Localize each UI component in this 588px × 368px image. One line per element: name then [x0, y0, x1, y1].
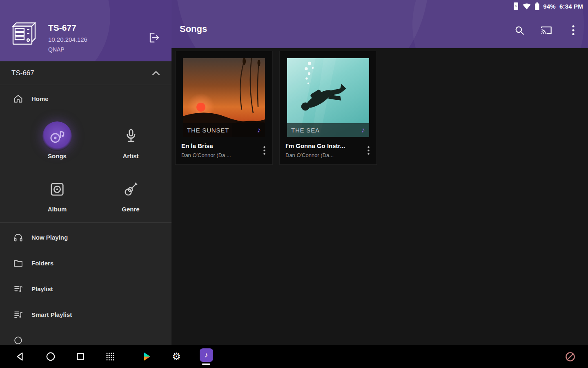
song-overflow-icon[interactable]	[258, 142, 270, 159]
song-card[interactable]: THE SUNSET ♪ En la Brisa Dan O'Connor (D…	[176, 51, 272, 164]
category-label: Genre	[122, 206, 139, 213]
sidebar-item-label: Home	[31, 95, 49, 102]
sidebar-category-songs[interactable]: Songs	[20, 114, 94, 167]
nav-app-drawer-icon[interactable]	[100, 345, 120, 368]
card-info: I'm Gonna Go Instr... Dan O'Connor (Da..…	[280, 137, 376, 164]
song-card[interactable]: THE SEA ♪ I'm Gonna Go Instr... Dan O'Co…	[280, 51, 376, 164]
sidebar-divider	[0, 222, 172, 223]
server-selector[interactable]: TS-667	[0, 61, 172, 85]
sidebar-item-smart-playlist[interactable]: Smart Playlist	[0, 302, 172, 328]
genre-guitar-icon	[116, 175, 145, 204]
artist-icon	[116, 121, 145, 151]
music-note-icon: ♪	[200, 348, 213, 362]
headphones-icon	[13, 232, 23, 242]
device-ip: 10.20.204.126	[48, 36, 87, 43]
settings-gear-icon[interactable]: ⚙	[167, 345, 186, 368]
sidebar-item-partial[interactable]	[0, 328, 172, 345]
sidebar-category-genre[interactable]: Genre	[94, 167, 167, 220]
music-app-icon[interactable]: ♪	[196, 345, 216, 368]
gear-glyph: ⚙	[172, 351, 181, 362]
art-banner: THE SUNSET ♪	[183, 123, 265, 137]
nav-home-icon[interactable]	[41, 345, 60, 368]
art-banner: THE SEA ♪	[287, 123, 369, 137]
header-decor-circle	[176, 0, 429, 48]
sidebar-category-album[interactable]: Album	[20, 167, 94, 220]
active-app-indicator	[202, 364, 210, 365]
page-title: Songs	[180, 24, 207, 34]
music-note-icon: ♪	[257, 126, 261, 135]
device-header: TS-677 10.20.204.126 QNAP	[0, 0, 172, 61]
sidebar-item-playlist[interactable]: Playlist	[0, 276, 172, 302]
sidebar-category-artist[interactable]: Artist	[94, 114, 167, 167]
song-overflow-icon[interactable]	[363, 142, 374, 159]
server-name: TS-667	[11, 69, 34, 77]
song-artist: Dan O'Connor (Da ...	[181, 152, 258, 158]
search-icon[interactable]	[512, 23, 527, 38]
song-title: I'm Gonna Go Instr...	[285, 142, 363, 149]
status-bar: 94% 6:34 PM	[513, 2, 583, 10]
banner-label: THE SUNSET	[187, 127, 229, 134]
album-art-sunset: THE SUNSET ♪	[183, 58, 265, 137]
device-vendor: QNAP	[48, 46, 65, 53]
nas-device-icon	[10, 20, 39, 47]
card-info: En la Brisa Dan O'Connor (Da ...	[176, 137, 272, 164]
nav-recents-icon[interactable]	[71, 345, 90, 368]
category-label: Songs	[48, 153, 67, 159]
nav-back-icon[interactable]	[11, 345, 30, 368]
cast-icon[interactable]	[539, 23, 554, 38]
clock: 6:34 PM	[559, 3, 583, 10]
circle-icon	[13, 335, 23, 345]
overflow-menu-icon[interactable]	[566, 23, 581, 38]
wifi-icon	[522, 2, 531, 10]
song-artist: Dan O'Connor (Da...	[285, 152, 363, 158]
category-grid: Songs Artist	[20, 114, 172, 220]
device-name: TS-677	[48, 23, 76, 33]
album-art-sea: THE SEA ♪	[287, 58, 369, 137]
sidebar-item-now-playing[interactable]: Now Playing	[0, 224, 172, 250]
circle-slash-icon[interactable]	[560, 345, 580, 368]
songs-icon	[42, 121, 72, 151]
folder-icon	[13, 258, 23, 268]
playlist-icon	[13, 284, 23, 294]
sidebar-item-home[interactable]: Home	[0, 85, 172, 112]
banner-label: THE SEA	[291, 127, 320, 134]
smart-playlist-icon	[13, 310, 23, 320]
home-icon	[13, 94, 23, 104]
android-navbar: ⚙ ♪	[0, 345, 588, 368]
sidebar-item-label: Now Playing	[31, 234, 68, 241]
play-store-icon[interactable]	[137, 345, 157, 368]
battery-percent: 94%	[543, 3, 556, 10]
device-status-icon	[513, 2, 519, 10]
sidebar-item-folders[interactable]: Folders	[0, 250, 172, 276]
chevron-up-icon	[151, 70, 161, 76]
song-title: En la Brisa	[181, 142, 258, 149]
logout-button[interactable]	[147, 31, 162, 46]
qmusic-app: 94% 6:34 PM TS-677 10.20.204.126 QNAP	[0, 0, 588, 368]
sidebar-item-label: Folders	[31, 260, 53, 267]
battery-icon	[535, 2, 539, 10]
category-label: Album	[48, 206, 67, 213]
header-actions	[512, 23, 581, 38]
music-note-icon: ♪	[361, 126, 365, 135]
sidebar-item-label: Smart Playlist	[31, 311, 72, 318]
category-label: Artist	[122, 153, 138, 159]
album-icon	[42, 175, 72, 204]
sidebar-item-label: Playlist	[31, 285, 53, 292]
sidebar: TS-667 Home	[0, 61, 172, 345]
